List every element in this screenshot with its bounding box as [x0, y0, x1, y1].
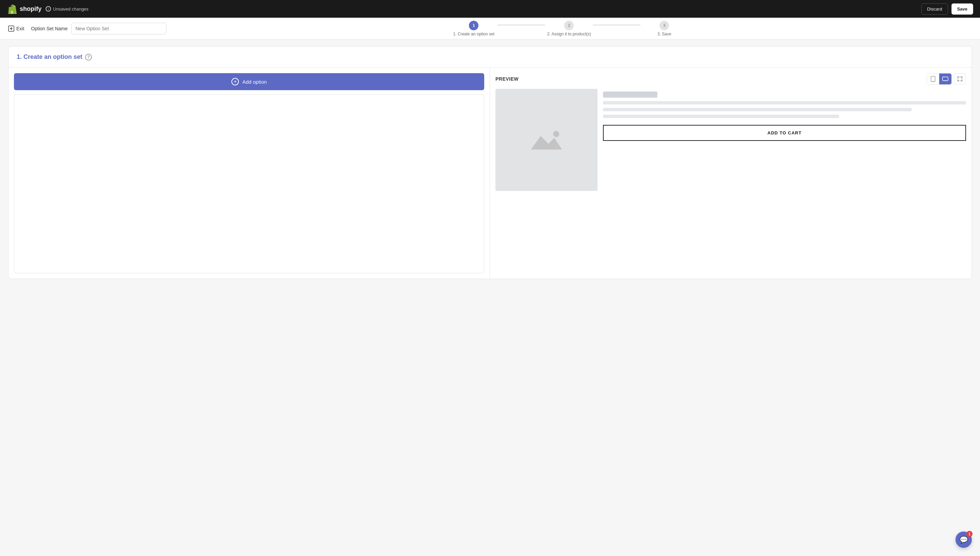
right-panel: PREVIEW — [490, 68, 972, 279]
step-3-circle: 3 — [659, 21, 669, 30]
preview-line-1 — [603, 101, 966, 105]
svg-point-5 — [933, 81, 933, 81]
mobile-icon — [931, 76, 935, 82]
step-3-label: 3. Save — [657, 32, 672, 36]
unsaved-label: Unsaved changes — [53, 6, 89, 11]
exit-label: Exit — [16, 26, 24, 31]
option-set-name-input[interactable] — [71, 23, 166, 34]
help-icon[interactable]: ? — [85, 54, 92, 61]
preview-image — [496, 89, 597, 191]
discard-button[interactable]: Discard — [922, 3, 948, 15]
add-to-cart-button[interactable]: ADD TO CART — [603, 125, 966, 141]
step-1-label: 1. Create an option set — [453, 32, 494, 36]
desktop-icon — [942, 76, 948, 81]
add-option-label: Add option — [242, 79, 267, 85]
preview-line-2 — [603, 108, 912, 111]
save-button[interactable]: Save — [951, 3, 973, 15]
left-panel: + Add option — [8, 68, 490, 279]
unsaved-icon: i — [45, 6, 51, 11]
exit-icon — [8, 26, 14, 32]
preview-content: ADD TO CART — [496, 89, 966, 273]
step-line-1-2 — [497, 24, 545, 26]
step-2: 2 2. Assign it to product(s) — [545, 21, 593, 36]
card-header: 1. Create an option set ? — [8, 47, 972, 68]
unsaved-badge: i Unsaved changes — [45, 6, 89, 11]
plus-icon: + — [231, 78, 239, 86]
svg-point-11 — [553, 131, 559, 137]
step-2-circle: 2 — [564, 21, 574, 30]
step-3: 3 3. Save — [640, 21, 688, 36]
main-card: 1. Create an option set ? + Add option P… — [8, 46, 972, 279]
card-title-text: 1. Create an option set — [17, 53, 82, 61]
option-set-name-label: Option Set Name — [31, 26, 67, 31]
view-toggle — [927, 73, 952, 85]
preview-product-title — [603, 92, 657, 98]
svg-text:S: S — [11, 10, 13, 14]
desktop-view-button[interactable] — [939, 73, 951, 84]
preview-controls — [927, 73, 966, 85]
step-1-circle: 1 — [469, 21, 478, 30]
step-line-2-3 — [593, 24, 640, 26]
fullscreen-button[interactable] — [954, 73, 966, 84]
steps-container: 1 1. Create an option set 2 2. Assign it… — [450, 21, 688, 36]
preview-line-3 — [603, 115, 839, 118]
preview-product-info: ADD TO CART — [603, 89, 966, 273]
card-title: 1. Create an option set ? — [17, 53, 963, 61]
topbar-left: S shopify i Unsaved changes — [7, 4, 89, 14]
image-placeholder-icon — [526, 126, 567, 154]
steps-area: 1 1. Create an option set 2 2. Assign it… — [166, 21, 972, 36]
exit-button[interactable]: Exit — [8, 26, 24, 32]
options-empty-area — [14, 94, 484, 273]
step-2-label: 2. Assign it to product(s) — [547, 32, 591, 36]
preview-label: PREVIEW — [496, 76, 518, 82]
shopify-logo: S shopify — [7, 4, 42, 14]
svg-rect-6 — [943, 77, 948, 81]
preview-header: PREVIEW — [496, 73, 966, 85]
main-content: 1. Create an option set ? + Add option P… — [0, 39, 980, 286]
topbar: S shopify i Unsaved changes Discard Save — [0, 0, 980, 18]
subheader: Exit Option Set Name 1 1. Create an opti… — [0, 18, 980, 39]
topbar-right: Discard Save — [922, 3, 973, 15]
logo-text: shopify — [20, 5, 42, 13]
card-body: + Add option PREVIEW — [8, 68, 972, 279]
fullscreen-icon — [957, 76, 962, 81]
step-1: 1 1. Create an option set — [450, 21, 497, 36]
add-option-button[interactable]: + Add option — [14, 73, 484, 90]
mobile-view-button[interactable] — [927, 73, 939, 84]
